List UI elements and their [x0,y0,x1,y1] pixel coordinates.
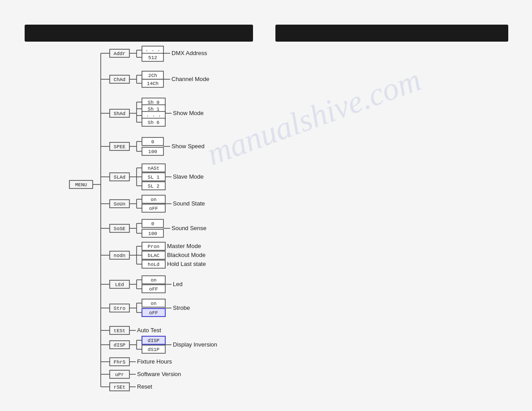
svg-text:Sh 1: Sh 1 [148,107,160,112]
svg-text:SL 2: SL 2 [148,184,159,189]
svg-text:14Ch: 14Ch [147,81,159,86]
svg-text:Hold Last state: Hold Last state [167,261,206,267]
svg-text:Sh 0: Sh 0 [148,100,159,105]
svg-rect-127 [142,276,165,284]
svg-text:Slave Mode: Slave Mode [173,173,204,180]
svg-text:Software Version: Software Version [137,371,181,377]
svg-text:ShAd: ShAd [114,111,125,116]
svg-rect-176 [110,383,129,391]
svg-text:FhrS: FhrS [114,360,126,365]
svg-text:oFF: oFF [149,206,158,211]
svg-rect-97 [142,219,163,227]
svg-text:SoSE: SoSE [114,226,126,231]
svg-text:Sound Sense: Sound Sense [172,225,206,231]
svg-text:LEd: LEd [115,282,124,287]
svg-rect-0 [69,180,93,188]
svg-text:rSEt: rSEt [114,385,125,390]
svg-rect-13 [142,53,163,61]
svg-rect-63 [110,173,129,181]
svg-text:Stro: Stro [114,306,125,311]
svg-rect-161 [142,345,165,353]
svg-text:tESt: tESt [114,328,125,334]
svg-rect-140 [142,299,165,307]
svg-text:Reset: Reset [137,383,152,390]
svg-text:Led: Led [173,281,183,287]
svg-rect-68 [142,164,165,172]
svg-text:bLAC: bLAC [148,253,160,258]
svg-rect-10 [142,46,163,54]
svg-text:512: 512 [148,55,157,60]
svg-rect-50 [110,142,129,150]
svg-text:MENU: MENU [75,182,87,188]
watermark: manualshive.com [202,61,426,173]
svg-rect-26 [142,79,163,87]
svg-rect-105 [110,251,129,259]
svg-rect-114 [142,251,165,259]
svg-rect-158 [142,336,165,344]
svg-text:SPEE: SPEE [114,144,126,150]
svg-rect-130 [142,285,165,293]
svg-text:Pron: Pron [148,244,159,249]
svg-rect-39 [142,105,165,113]
svg-rect-87 [142,204,165,212]
svg-text:Display Inversion: Display Inversion [173,341,217,348]
svg-rect-166 [110,358,129,366]
svg-text:SL 1: SL 1 [148,175,160,180]
svg-rect-84 [142,195,165,203]
svg-text:Auto Test: Auto Test [137,327,161,334]
svg-text:Sound State: Sound State [173,200,205,207]
svg-text:dS1P: dS1P [148,347,160,352]
svg-rect-55 [142,137,163,146]
svg-rect-122 [110,280,129,288]
svg-rect-23 [142,71,163,79]
svg-text:Blackout Mode: Blackout Mode [167,252,206,258]
svg-text:dISP: dISP [148,338,160,343]
svg-text:Show Speed: Show Speed [172,143,205,150]
svg-text:hoLd: hoLd [148,262,159,267]
top-bar-right [275,25,508,42]
svg-rect-31 [110,109,129,117]
svg-text:Fixture Hours: Fixture Hours [137,358,172,365]
svg-text:ChAd: ChAd [114,77,125,82]
svg-rect-74 [142,182,165,190]
svg-text:dISP: dISP [114,342,126,348]
svg-text:100: 100 [148,149,157,154]
svg-rect-135 [110,304,129,312]
top-bar-left [25,25,253,42]
svg-text:nodn: nodn [114,253,125,258]
svg-text:100: 100 [148,231,157,236]
svg-text:· · ·: · · · [146,113,161,119]
svg-rect-153 [110,341,129,349]
svg-text:uPr: uPr [115,372,124,377]
svg-text:DMX Address: DMX Address [172,50,207,56]
svg-rect-42 [142,111,165,120]
svg-text:Addr: Addr [114,51,125,56]
svg-text:on: on [150,278,156,283]
svg-rect-45 [142,118,165,126]
svg-rect-5 [110,49,129,57]
menu-diagram: .svg-text { font-family: 'Courier New', … [22,43,273,410]
svg-rect-148 [110,326,129,334]
svg-rect-36 [142,98,165,106]
svg-rect-110 [142,242,165,250]
svg-text:Show Mode: Show Mode [173,110,204,116]
svg-text:oFF: oFF [149,310,158,316]
svg-rect-18 [110,75,129,83]
svg-text:oFF: oFF [149,287,158,292]
svg-rect-171 [110,370,129,378]
svg-rect-58 [142,147,163,155]
svg-text:Sh 6: Sh 6 [148,120,159,125]
svg-text:on: on [150,301,156,306]
svg-text:Channel Mode: Channel Mode [172,76,210,82]
svg-text:Strobe: Strobe [173,304,190,311]
svg-text:SLAd: SLAd [114,175,125,180]
svg-text:2Ch: 2Ch [148,73,157,78]
svg-text:on: on [150,197,156,202]
svg-text:· · ·: · · · [145,48,160,53]
svg-text:0: 0 [151,139,154,145]
svg-rect-143 [142,308,165,317]
svg-text:SoUn: SoUn [114,201,125,207]
svg-rect-71 [142,173,165,181]
svg-text:Master Mode: Master Mode [167,243,201,249]
svg-text:0: 0 [151,221,154,227]
